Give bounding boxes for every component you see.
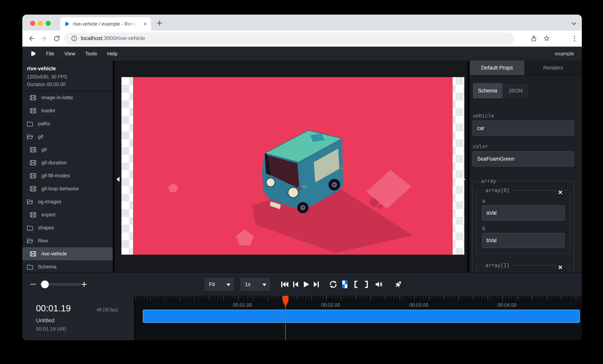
film-icon [30, 185, 36, 192]
current-time-display: 00:01.19 [36, 303, 71, 314]
close-window-button[interactable] [30, 21, 35, 26]
minimize-window-button[interactable] [38, 21, 43, 26]
sidebar-item-rive-vehicle[interactable]: rive-vehicle [22, 247, 113, 260]
jump-to-start-button[interactable] [280, 280, 289, 289]
playback-speed-dropdown[interactable]: 1x [240, 277, 271, 291]
sidebar-folder-shapes[interactable]: shapes [22, 221, 113, 234]
track-name[interactable]: Untitled [36, 317, 54, 324]
array-fieldset-label: array [479, 178, 498, 184]
tab-default-props[interactable]: Default Props [470, 61, 524, 75]
fullscreen-window-button[interactable] [46, 21, 51, 26]
set-in-point-button[interactable] [352, 280, 360, 289]
sidebar-item-gif-fill-modes[interactable]: gif-fill-modes [22, 169, 113, 182]
ruler-label: 00:03.00 [409, 302, 428, 308]
sidebar-folder-gif[interactable]: gif [22, 130, 113, 143]
vehicle-field-label: vehicle [473, 113, 582, 119]
sidebar-folder-paths[interactable]: paths [22, 117, 113, 130]
zoom-slider-handle[interactable] [41, 281, 49, 288]
sidebar-item-gif-loop-behavior[interactable]: gif-loop-behavior [22, 182, 113, 195]
remotion-logo-icon[interactable] [31, 50, 37, 57]
film-icon [30, 107, 36, 114]
sidebar-item-expert[interactable]: expert [22, 208, 113, 221]
previous-frame-icon [291, 280, 300, 289]
next-frame-button[interactable] [312, 280, 321, 289]
browser-menu-icon[interactable] [571, 35, 578, 42]
render-button[interactable] [394, 280, 403, 289]
props-panel-content: Schema JSON vehicle car color SeaFoamGre… [470, 76, 582, 272]
set-out-point-button[interactable] [362, 280, 370, 289]
share-icon[interactable] [530, 35, 537, 42]
playhead-marker[interactable] [282, 296, 289, 307]
composition-canvas[interactable] [133, 77, 453, 255]
sidebar-item-gif-duration[interactable]: gif-duration [22, 156, 113, 169]
vehicle-field-input[interactable]: car [473, 121, 574, 136]
transparency-checkerboard [121, 77, 464, 255]
chevron-down-icon [262, 284, 266, 286]
color-field-label: color [473, 144, 582, 149]
a-field-label: a [482, 198, 566, 204]
folder-open-icon [27, 238, 33, 244]
array-item-0-fieldset: array[0] ✕ a aVal b bVal [476, 187, 570, 253]
sidebar-folder-og-images[interactable]: og-images [22, 195, 113, 208]
studio-menu-bar: File View Tools Help example [22, 47, 582, 61]
next-frame-icon [312, 280, 321, 289]
sidebar-item-image-in-lottie[interactable]: image-in-lottie [22, 91, 113, 104]
color-field-input[interactable]: SeaFoamGreen [473, 151, 574, 166]
composition-header: rive-vehicle 1200x630, 30 FPS Duration 0… [22, 61, 113, 91]
previous-frame-button[interactable] [291, 280, 300, 289]
menu-help[interactable]: Help [107, 51, 117, 57]
loop-toggle-button[interactable] [329, 280, 337, 289]
schema-json-toggle: Schema JSON [473, 82, 529, 99]
tab-json[interactable]: JSON [502, 83, 529, 99]
play-button[interactable] [302, 280, 310, 289]
timeline-track-bar[interactable] [143, 310, 580, 323]
tab-schema[interactable]: Schema [473, 83, 502, 99]
composition-name: rive-vehicle [27, 66, 113, 72]
tab-close-icon[interactable] [142, 21, 148, 27]
tab-search-chevron-icon[interactable] [571, 22, 577, 26]
b-field-input[interactable]: bVal [482, 233, 565, 248]
zoom-in-button[interactable] [81, 281, 88, 288]
folder-icon [27, 263, 33, 270]
sidebar-folder-rive[interactable]: Rive [22, 234, 113, 247]
remove-array-item-1-button[interactable]: ✕ [556, 264, 564, 271]
in-bracket-icon [352, 280, 360, 289]
transparency-toggle-button[interactable] [341, 280, 349, 289]
film-icon [30, 147, 36, 153]
back-icon[interactable] [28, 35, 35, 42]
van-animation [133, 77, 453, 255]
composition-dimensions: 1200x630, 30 FPS [27, 74, 113, 80]
site-info-icon[interactable] [71, 35, 78, 42]
a-field-input[interactable]: aVal [482, 205, 565, 220]
sidebar-item-gif[interactable]: gif [22, 143, 113, 156]
b-field-label: b [482, 226, 566, 231]
reload-icon[interactable] [53, 35, 60, 42]
address-bar[interactable]: localhost:3000/rive-vehicle [64, 33, 514, 45]
array-fieldset: array array[0] ✕ a aVal b bVal array[1] … [472, 178, 574, 272]
menu-view[interactable]: View [64, 51, 75, 57]
mute-button[interactable] [374, 280, 383, 289]
sidebar-item-loader[interactable]: loader [22, 104, 113, 117]
film-icon [30, 172, 36, 179]
bookmark-star-icon[interactable] [543, 35, 550, 42]
new-tab-button[interactable] [156, 20, 163, 27]
remove-array-item-0-button[interactable]: ✕ [556, 189, 564, 196]
canvas-size-dropdown[interactable]: Fit [204, 277, 235, 291]
browser-tab[interactable]: rive-vehicle / example - Remoti [60, 17, 151, 31]
ruler-label: 00:02.00 [321, 302, 340, 308]
url-text[interactable]: localhost:3000/rive-vehicle [81, 35, 145, 41]
desktop: rive-vehicle / example - Remoti [0, 0, 603, 364]
loop-icon [329, 280, 337, 289]
timeline-tracks-area[interactable]: 00:01.00 00:02.00 00:03.00 00:04.00 [135, 296, 582, 340]
menu-file[interactable]: File [46, 51, 54, 57]
play-icon [302, 280, 310, 289]
tab-renders[interactable]: Renders [524, 61, 582, 75]
folder-icon [27, 120, 33, 127]
film-icon [30, 159, 36, 166]
forward-icon[interactable] [40, 35, 47, 42]
compositions-sidebar: rive-vehicle 1200x630, 30 FPS Duration 0… [22, 61, 113, 272]
sidebar-folder-schema[interactable]: Schema [22, 260, 113, 272]
menu-tools[interactable]: Tools [85, 51, 97, 57]
zoom-out-button[interactable] [30, 284, 36, 285]
collapse-sidebar-icon[interactable] [116, 177, 119, 182]
